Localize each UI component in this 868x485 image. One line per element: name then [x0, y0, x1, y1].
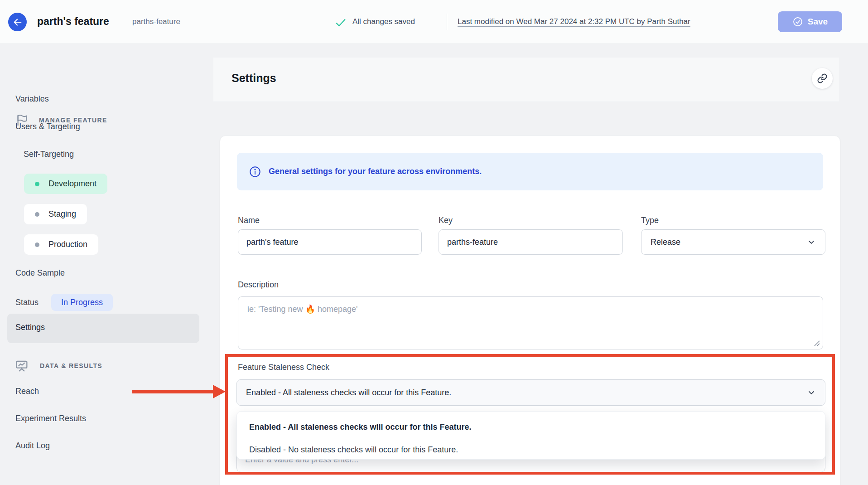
- top-header: parth's feature parths-feature All chang…: [0, 0, 868, 44]
- last-modified-link[interactable]: Last modified on Wed Mar 27 2024 at 2:32…: [458, 17, 690, 26]
- sidebar-item-experiment-results[interactable]: Experiment Results: [15, 414, 86, 423]
- dropdown-option-enabled[interactable]: Enabled - All staleness checks will occu…: [249, 422, 813, 432]
- status-badge: In Progress: [51, 294, 113, 311]
- key-field[interactable]: [439, 229, 623, 255]
- sidebar-section-label: DATA & RESULTS: [40, 362, 102, 369]
- type-select[interactable]: Release: [641, 229, 825, 255]
- info-icon: [249, 165, 261, 178]
- env-dot-icon: [35, 182, 39, 186]
- description-label: Description: [238, 280, 279, 290]
- staleness-dropdown-menu: Enabled - All staleness checks will occu…: [236, 411, 825, 460]
- type-select-value: Release: [651, 238, 680, 247]
- description-field[interactable]: [238, 296, 823, 349]
- sidebar-item-audit-log[interactable]: Audit Log: [15, 441, 50, 451]
- page-title: Settings: [231, 72, 276, 85]
- sidebar-item-users-targeting[interactable]: Users & Targeting: [15, 122, 80, 131]
- staleness-label: Feature Staleness Check: [238, 363, 329, 372]
- status-label: Status: [15, 298, 39, 307]
- info-banner: General settings for your feature across…: [237, 153, 823, 190]
- sidebar-item-settings[interactable]: Settings: [7, 314, 199, 343]
- resize-handle-icon[interactable]: [814, 340, 820, 346]
- sidebar-item-label: Settings: [15, 323, 45, 332]
- description-field-wrap: [238, 296, 823, 349]
- sidebar-item-self-targeting[interactable]: Self-Targeting: [24, 150, 74, 159]
- save-button-label: Save: [808, 17, 828, 27]
- back-button[interactable]: [8, 13, 27, 31]
- dropdown-option-disabled[interactable]: Disabled - No staleness checks will occu…: [249, 445, 813, 455]
- name-field[interactable]: [238, 229, 422, 255]
- sidebar-env-production[interactable]: Production: [24, 234, 98, 255]
- save-button[interactable]: Save: [778, 11, 842, 32]
- link-icon: [817, 73, 828, 84]
- key-label: Key: [439, 216, 453, 225]
- staleness-select[interactable]: Enabled - All staleness checks will occu…: [236, 379, 825, 406]
- name-label: Name: [238, 216, 260, 225]
- chevron-down-icon: [807, 238, 816, 247]
- sidebar-item-variables[interactable]: Variables: [15, 94, 49, 104]
- env-label: Staging: [48, 209, 76, 219]
- check-icon: [334, 16, 347, 29]
- chevron-down-icon: [807, 388, 816, 397]
- feature-key: parths-feature: [132, 17, 180, 26]
- sidebar-section-data-results: DATA & RESULTS: [14, 359, 102, 373]
- staleness-select-value: Enabled - All staleness checks will occu…: [246, 388, 451, 398]
- info-banner-text: General settings for your feature across…: [269, 167, 482, 176]
- sidebar-item-status[interactable]: Status In Progress: [15, 294, 113, 311]
- sidebar-env-staging[interactable]: Staging: [24, 204, 87, 224]
- env-dot-icon: [35, 212, 39, 217]
- settings-panel-header: [213, 58, 839, 102]
- feature-title: parth's feature: [37, 15, 109, 28]
- circle-check-icon: [792, 16, 803, 27]
- save-status-text: All changes saved: [352, 17, 415, 26]
- sidebar-env-development[interactable]: Development: [24, 174, 107, 194]
- back-arrow-icon: [13, 17, 23, 27]
- sidebar-item-code-sample[interactable]: Code Sample: [15, 268, 65, 278]
- sidebar-item-reach[interactable]: Reach: [15, 387, 39, 396]
- env-dot-icon: [35, 242, 39, 247]
- header-divider: [447, 14, 447, 30]
- env-label: Development: [48, 179, 96, 189]
- copy-link-button[interactable]: [812, 68, 833, 89]
- presentation-chart-icon: [14, 359, 29, 373]
- type-label: Type: [641, 216, 659, 225]
- sidebar: MANAGE FEATURE Variables Users & Targeti…: [0, 44, 208, 485]
- env-label: Production: [48, 240, 87, 249]
